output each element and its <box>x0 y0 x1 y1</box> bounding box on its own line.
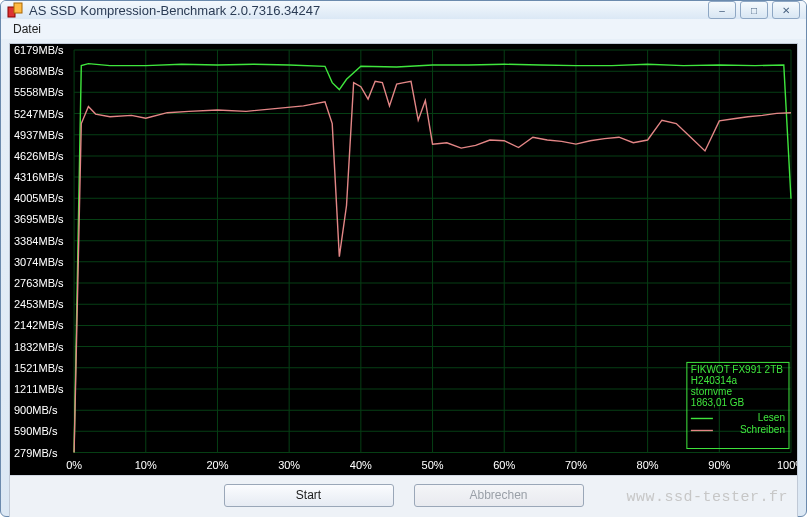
svg-text:3384MB/s: 3384MB/s <box>14 235 64 247</box>
svg-text:1521MB/s: 1521MB/s <box>14 362 64 374</box>
window-title: AS SSD Kompression-Benchmark 2.0.7316.34… <box>29 3 708 18</box>
menubar: Datei <box>1 19 806 39</box>
svg-text:60%: 60% <box>493 459 515 471</box>
svg-text:4316MB/s: 4316MB/s <box>14 171 64 183</box>
app-window: AS SSD Kompression-Benchmark 2.0.7316.34… <box>0 0 807 517</box>
abort-button[interactable]: Abbrechen <box>414 484 584 507</box>
svg-text:90%: 90% <box>708 459 730 471</box>
svg-text:3695MB/s: 3695MB/s <box>14 213 64 225</box>
svg-rect-1 <box>14 3 22 13</box>
svg-text:70%: 70% <box>565 459 587 471</box>
svg-text:279MB/s: 279MB/s <box>14 447 58 459</box>
svg-text:1832MB/s: 1832MB/s <box>14 341 64 353</box>
svg-text:900MB/s: 900MB/s <box>14 404 58 416</box>
svg-text:20%: 20% <box>206 459 228 471</box>
svg-text:10%: 10% <box>135 459 157 471</box>
button-bar: Start Abbrechen <box>10 475 797 517</box>
svg-text:5868MB/s: 5868MB/s <box>14 65 64 77</box>
svg-text:stornvme: stornvme <box>691 386 733 397</box>
svg-text:3074MB/s: 3074MB/s <box>14 256 64 268</box>
svg-text:H240314a: H240314a <box>691 375 738 386</box>
svg-text:6179MB/s: 6179MB/s <box>14 44 64 56</box>
client-area: 0%10%20%30%40%50%60%70%80%90%100%6179MB/… <box>9 43 798 517</box>
app-icon <box>7 2 23 18</box>
maximize-button[interactable]: □ <box>740 1 768 19</box>
svg-text:1211MB/s: 1211MB/s <box>14 383 64 395</box>
svg-text:2763MB/s: 2763MB/s <box>14 277 64 289</box>
menu-item-datei[interactable]: Datei <box>13 22 41 36</box>
svg-text:100%: 100% <box>777 459 797 471</box>
svg-text:0%: 0% <box>66 459 82 471</box>
svg-text:4626MB/s: 4626MB/s <box>14 150 64 162</box>
svg-text:FIKWOT FX991 2TB: FIKWOT FX991 2TB <box>691 364 783 375</box>
svg-text:40%: 40% <box>350 459 372 471</box>
svg-text:2142MB/s: 2142MB/s <box>14 319 64 331</box>
svg-text:590MB/s: 590MB/s <box>14 425 58 437</box>
svg-text:4005MB/s: 4005MB/s <box>14 192 64 204</box>
svg-text:50%: 50% <box>422 459 444 471</box>
titlebar[interactable]: AS SSD Kompression-Benchmark 2.0.7316.34… <box>1 1 806 19</box>
svg-text:4937MB/s: 4937MB/s <box>14 129 64 141</box>
chart-svg: 0%10%20%30%40%50%60%70%80%90%100%6179MB/… <box>10 44 797 475</box>
window-controls: – □ ✕ <box>708 1 800 19</box>
start-button[interactable]: Start <box>224 484 394 507</box>
svg-text:Lesen: Lesen <box>758 412 785 423</box>
svg-text:30%: 30% <box>278 459 300 471</box>
svg-text:1863,01 GB: 1863,01 GB <box>691 397 745 408</box>
svg-text:2453MB/s: 2453MB/s <box>14 298 64 310</box>
chart: 0%10%20%30%40%50%60%70%80%90%100%6179MB/… <box>10 44 797 475</box>
svg-text:5558MB/s: 5558MB/s <box>14 86 64 98</box>
close-button[interactable]: ✕ <box>772 1 800 19</box>
svg-text:5247MB/s: 5247MB/s <box>14 108 64 120</box>
minimize-button[interactable]: – <box>708 1 736 19</box>
svg-text:Schreiben: Schreiben <box>740 424 785 435</box>
svg-text:80%: 80% <box>637 459 659 471</box>
